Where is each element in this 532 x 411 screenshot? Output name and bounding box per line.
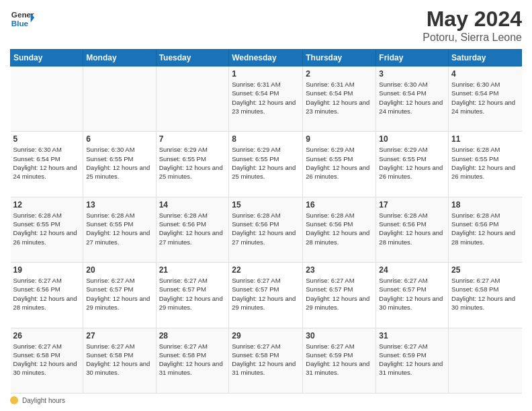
calendar-cell: 9Sunrise: 6:29 AM Sunset: 6:55 PM Daylig… bbox=[303, 132, 376, 197]
day-info: Sunrise: 6:29 AM Sunset: 6:55 PM Dayligh… bbox=[306, 145, 373, 181]
footer-label: Daylight hours bbox=[22, 397, 65, 404]
calendar-cell: 13Sunrise: 6:28 AM Sunset: 6:55 PM Dayli… bbox=[83, 197, 156, 262]
weekday-header: Friday bbox=[376, 50, 449, 66]
calendar-cell: 19Sunrise: 6:27 AM Sunset: 6:56 PM Dayli… bbox=[11, 263, 83, 328]
calendar-cell: 1Sunrise: 6:31 AM Sunset: 6:54 PM Daylig… bbox=[229, 66, 303, 132]
day-info: Sunrise: 6:30 AM Sunset: 6:54 PM Dayligh… bbox=[13, 145, 81, 181]
calendar-cell: 14Sunrise: 6:28 AM Sunset: 6:56 PM Dayli… bbox=[156, 197, 229, 262]
day-info: Sunrise: 6:27 AM Sunset: 6:57 PM Dayligh… bbox=[232, 276, 300, 312]
daylight-icon bbox=[10, 396, 18, 404]
calendar-cell: 17Sunrise: 6:28 AM Sunset: 6:56 PM Dayli… bbox=[376, 197, 449, 262]
day-info: Sunrise: 6:29 AM Sunset: 6:55 PM Dayligh… bbox=[379, 145, 445, 181]
day-number: 13 bbox=[86, 200, 152, 210]
day-number: 23 bbox=[306, 265, 373, 275]
day-info: Sunrise: 6:27 AM Sunset: 6:57 PM Dayligh… bbox=[86, 276, 152, 312]
calendar-cell bbox=[156, 66, 229, 132]
day-info: Sunrise: 6:27 AM Sunset: 6:59 PM Dayligh… bbox=[379, 342, 445, 377]
day-number: 21 bbox=[159, 265, 226, 275]
day-info: Sunrise: 6:28 AM Sunset: 6:56 PM Dayligh… bbox=[379, 211, 445, 246]
day-info: Sunrise: 6:30 AM Sunset: 6:55 PM Dayligh… bbox=[86, 145, 152, 181]
day-info: Sunrise: 6:29 AM Sunset: 6:55 PM Dayligh… bbox=[232, 145, 300, 181]
calendar-cell: 6Sunrise: 6:30 AM Sunset: 6:55 PM Daylig… bbox=[83, 132, 156, 197]
header: General Blue May 2024 Potoru, Sierra Leo… bbox=[10, 7, 522, 44]
day-number: 11 bbox=[451, 134, 519, 144]
day-info: Sunrise: 6:28 AM Sunset: 6:56 PM Dayligh… bbox=[451, 211, 519, 246]
day-number: 26 bbox=[13, 331, 81, 340]
day-number: 17 bbox=[379, 200, 445, 210]
calendar-cell bbox=[83, 66, 156, 132]
weekday-header-row: SundayMondayTuesdayWednesdayThursdayFrid… bbox=[11, 50, 522, 66]
logo-icon: General Blue bbox=[10, 7, 34, 31]
day-info: Sunrise: 6:27 AM Sunset: 6:57 PM Dayligh… bbox=[379, 276, 445, 312]
calendar-cell: 27Sunrise: 6:27 AM Sunset: 6:58 PM Dayli… bbox=[83, 328, 156, 393]
page: General Blue May 2024 Potoru, Sierra Leo… bbox=[0, 0, 532, 411]
day-info: Sunrise: 6:27 AM Sunset: 6:58 PM Dayligh… bbox=[451, 276, 519, 312]
calendar-cell bbox=[449, 328, 522, 393]
calendar-cell: 26Sunrise: 6:27 AM Sunset: 6:58 PM Dayli… bbox=[11, 328, 83, 393]
day-info: Sunrise: 6:30 AM Sunset: 6:54 PM Dayligh… bbox=[451, 80, 519, 116]
calendar-cell: 22Sunrise: 6:27 AM Sunset: 6:57 PM Dayli… bbox=[229, 263, 303, 328]
calendar-cell: 5Sunrise: 6:30 AM Sunset: 6:54 PM Daylig… bbox=[11, 132, 83, 197]
day-info: Sunrise: 6:30 AM Sunset: 6:54 PM Dayligh… bbox=[379, 80, 445, 116]
day-info: Sunrise: 6:27 AM Sunset: 6:57 PM Dayligh… bbox=[159, 276, 226, 312]
day-number: 25 bbox=[451, 265, 519, 275]
day-number: 12 bbox=[13, 200, 81, 210]
day-info: Sunrise: 6:28 AM Sunset: 6:55 PM Dayligh… bbox=[86, 211, 152, 246]
calendar-cell: 10Sunrise: 6:29 AM Sunset: 6:55 PM Dayli… bbox=[376, 132, 449, 197]
calendar-cell: 3Sunrise: 6:30 AM Sunset: 6:54 PM Daylig… bbox=[376, 66, 449, 132]
weekday-header: Saturday bbox=[449, 50, 522, 66]
calendar-cell bbox=[11, 66, 83, 132]
weekday-header: Sunday bbox=[11, 50, 83, 66]
calendar-cell: 28Sunrise: 6:27 AM Sunset: 6:58 PM Dayli… bbox=[156, 328, 229, 393]
calendar-cell: 7Sunrise: 6:29 AM Sunset: 6:55 PM Daylig… bbox=[156, 132, 229, 197]
day-info: Sunrise: 6:28 AM Sunset: 6:56 PM Dayligh… bbox=[306, 211, 373, 246]
day-number: 20 bbox=[86, 265, 152, 275]
day-number: 5 bbox=[13, 134, 81, 144]
weekday-header: Tuesday bbox=[156, 50, 229, 66]
day-number: 2 bbox=[306, 69, 373, 79]
day-info: Sunrise: 6:28 AM Sunset: 6:56 PM Dayligh… bbox=[159, 211, 226, 246]
day-info: Sunrise: 6:27 AM Sunset: 6:59 PM Dayligh… bbox=[306, 342, 373, 377]
day-number: 28 bbox=[159, 331, 226, 340]
calendar-cell: 2Sunrise: 6:31 AM Sunset: 6:54 PM Daylig… bbox=[303, 66, 376, 132]
day-number: 14 bbox=[159, 200, 226, 210]
day-number: 27 bbox=[86, 331, 152, 340]
day-info: Sunrise: 6:28 AM Sunset: 6:56 PM Dayligh… bbox=[232, 211, 300, 246]
day-number: 18 bbox=[451, 200, 519, 210]
calendar-cell: 25Sunrise: 6:27 AM Sunset: 6:58 PM Dayli… bbox=[449, 263, 522, 328]
day-number: 7 bbox=[159, 134, 226, 144]
calendar-cell: 15Sunrise: 6:28 AM Sunset: 6:56 PM Dayli… bbox=[229, 197, 303, 262]
day-number: 4 bbox=[451, 69, 519, 79]
day-info: Sunrise: 6:28 AM Sunset: 6:55 PM Dayligh… bbox=[451, 145, 519, 181]
calendar-week-row: 12Sunrise: 6:28 AM Sunset: 6:55 PM Dayli… bbox=[11, 197, 522, 262]
calendar-cell: 12Sunrise: 6:28 AM Sunset: 6:55 PM Dayli… bbox=[11, 197, 83, 262]
day-info: Sunrise: 6:27 AM Sunset: 6:58 PM Dayligh… bbox=[13, 342, 81, 377]
footer: Daylight hours bbox=[10, 396, 522, 404]
calendar-cell: 8Sunrise: 6:29 AM Sunset: 6:55 PM Daylig… bbox=[229, 132, 303, 197]
day-number: 31 bbox=[379, 331, 445, 340]
calendar-cell: 11Sunrise: 6:28 AM Sunset: 6:55 PM Dayli… bbox=[449, 132, 522, 197]
calendar-cell: 16Sunrise: 6:28 AM Sunset: 6:56 PM Dayli… bbox=[303, 197, 376, 262]
main-title: May 2024 bbox=[423, 7, 522, 32]
day-info: Sunrise: 6:31 AM Sunset: 6:54 PM Dayligh… bbox=[232, 80, 300, 116]
day-number: 3 bbox=[379, 69, 445, 79]
calendar-cell: 23Sunrise: 6:27 AM Sunset: 6:57 PM Dayli… bbox=[303, 263, 376, 328]
calendar-week-row: 1Sunrise: 6:31 AM Sunset: 6:54 PM Daylig… bbox=[11, 66, 522, 132]
day-number: 19 bbox=[13, 265, 81, 275]
calendar-cell: 31Sunrise: 6:27 AM Sunset: 6:59 PM Dayli… bbox=[376, 328, 449, 393]
subtitle: Potoru, Sierra Leone bbox=[423, 32, 522, 44]
day-number: 8 bbox=[232, 134, 300, 144]
weekday-header: Thursday bbox=[303, 50, 376, 66]
logo: General Blue bbox=[10, 7, 34, 31]
day-info: Sunrise: 6:29 AM Sunset: 6:55 PM Dayligh… bbox=[159, 145, 226, 181]
day-info: Sunrise: 6:27 AM Sunset: 6:58 PM Dayligh… bbox=[159, 342, 226, 377]
day-number: 15 bbox=[232, 200, 300, 210]
calendar-cell: 18Sunrise: 6:28 AM Sunset: 6:56 PM Dayli… bbox=[449, 197, 522, 262]
day-number: 22 bbox=[232, 265, 300, 275]
day-info: Sunrise: 6:27 AM Sunset: 6:56 PM Dayligh… bbox=[13, 276, 81, 312]
day-number: 6 bbox=[86, 134, 152, 144]
day-number: 24 bbox=[379, 265, 445, 275]
day-number: 10 bbox=[379, 134, 445, 144]
day-number: 29 bbox=[232, 331, 300, 340]
day-info: Sunrise: 6:27 AM Sunset: 6:58 PM Dayligh… bbox=[86, 342, 152, 377]
